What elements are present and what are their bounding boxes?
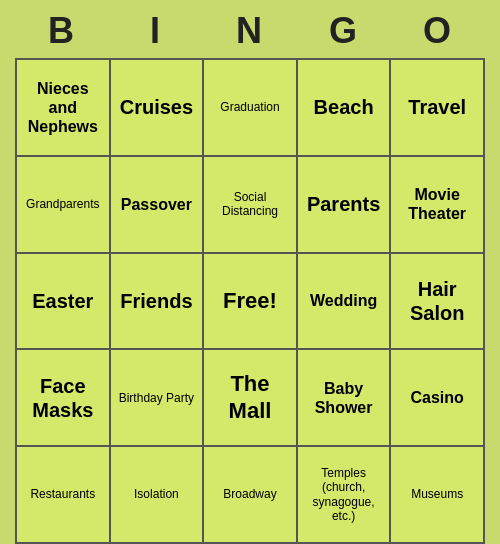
bingo-cell-5: Grandparents <box>17 157 111 254</box>
cell-text-20: Restaurants <box>30 487 95 501</box>
cell-text-17: The Mall <box>208 371 292 424</box>
bingo-cell-10: Easter <box>17 254 111 351</box>
bingo-cell-17: The Mall <box>204 350 298 447</box>
cell-text-19: Casino <box>411 388 464 407</box>
bingo-cell-4: Travel <box>391 60 485 157</box>
bingo-cell-3: Beach <box>298 60 392 157</box>
bingo-cell-24: Museums <box>391 447 485 544</box>
cell-text-11: Friends <box>120 289 192 313</box>
title-n: N <box>203 10 297 52</box>
bingo-title: B I N G O <box>15 0 485 58</box>
cell-text-10: Easter <box>32 289 93 313</box>
cell-text-5: Grandparents <box>26 197 99 211</box>
title-b: B <box>15 10 109 52</box>
cell-text-23: Temples (church, synagogue, etc.) <box>302 466 386 524</box>
cell-text-18: Baby Shower <box>302 379 386 417</box>
cell-text-21: Isolation <box>134 487 179 501</box>
bingo-cell-18: Baby Shower <box>298 350 392 447</box>
cell-text-16: Birthday Party <box>119 391 194 405</box>
title-i: I <box>109 10 203 52</box>
title-o: O <box>391 10 485 52</box>
cell-text-6: Passover <box>121 195 192 214</box>
cell-text-22: Broadway <box>223 487 276 501</box>
bingo-grid: Nieces and NephewsCruisesGraduationBeach… <box>15 58 485 544</box>
bingo-cell-20: Restaurants <box>17 447 111 544</box>
cell-text-2: Graduation <box>220 100 279 114</box>
bingo-cell-11: Friends <box>111 254 205 351</box>
bingo-cell-9: Movie Theater <box>391 157 485 254</box>
cell-text-1: Cruises <box>120 95 193 119</box>
cell-text-3: Beach <box>314 95 374 119</box>
cell-text-12: Free! <box>223 288 277 314</box>
bingo-cell-22: Broadway <box>204 447 298 544</box>
bingo-cell-21: Isolation <box>111 447 205 544</box>
bingo-cell-19: Casino <box>391 350 485 447</box>
bingo-cell-1: Cruises <box>111 60 205 157</box>
cell-text-14: Hair Salon <box>395 277 479 325</box>
bingo-cell-6: Passover <box>111 157 205 254</box>
cell-text-7: Social Distancing <box>208 190 292 219</box>
cell-text-13: Wedding <box>310 291 377 310</box>
bingo-cell-16: Birthday Party <box>111 350 205 447</box>
cell-text-15: Face Masks <box>21 374 105 422</box>
cell-text-24: Museums <box>411 487 463 501</box>
bingo-cell-0: Nieces and Nephews <box>17 60 111 157</box>
bingo-cell-12: Free! <box>204 254 298 351</box>
bingo-cell-7: Social Distancing <box>204 157 298 254</box>
bingo-cell-14: Hair Salon <box>391 254 485 351</box>
bingo-cell-8: Parents <box>298 157 392 254</box>
cell-text-9: Movie Theater <box>395 185 479 223</box>
bingo-cell-13: Wedding <box>298 254 392 351</box>
cell-text-8: Parents <box>307 192 380 216</box>
bingo-cell-23: Temples (church, synagogue, etc.) <box>298 447 392 544</box>
title-g: G <box>297 10 391 52</box>
bingo-cell-15: Face Masks <box>17 350 111 447</box>
bingo-cell-2: Graduation <box>204 60 298 157</box>
cell-text-0: Nieces and Nephews <box>21 79 105 137</box>
cell-text-4: Travel <box>408 95 466 119</box>
